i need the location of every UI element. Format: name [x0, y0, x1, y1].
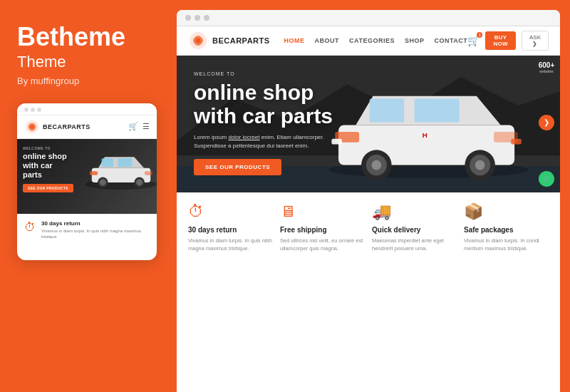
feature-desc-packages: Vivamus in diam turpis. In condi mentum … — [464, 237, 549, 253]
hero-stat: 600+ websites — [539, 61, 555, 73]
svg-point-26 — [372, 160, 382, 170]
feature-desc-delivery: Maecenas imperdiet ante eget hendrerit p… — [372, 237, 457, 253]
desktop-dot-1 — [185, 15, 191, 21]
site-nav-links: HOME ABOUT CATEGORIES SHOP CONTACT — [284, 37, 468, 44]
brand-author: By muffingroup — [17, 76, 160, 86]
nav-link-home[interactable]: HOME — [284, 37, 305, 44]
ask-button[interactable]: ASK ❯ — [522, 31, 549, 51]
mobile-logo-text: BECARPARTS — [43, 123, 90, 130]
mobile-feature-title: 30 days return — [41, 220, 150, 227]
mobile-dot-2 — [31, 108, 35, 112]
site-nav-right: 🛒 1 BUY NOW ASK ❯ — [467, 31, 549, 51]
svg-text:H: H — [423, 131, 428, 139]
svg-rect-11 — [145, 171, 152, 175]
site-logo-icon — [188, 31, 208, 51]
mobile-return-icon: ⏱ — [24, 221, 36, 234]
desktop-mockup: BECARPARTS HOME ABOUT CATEGORIES SHOP CO… — [177, 10, 560, 392]
left-panel: Betheme Theme By muffingroup BECARPARTS — [0, 0, 177, 392]
desktop-dot-2 — [195, 15, 200, 21]
mobile-cart-icon: 🛒 — [128, 122, 138, 131]
hero-green-button[interactable]: 🛒 — [539, 171, 554, 187]
feature-title-shipping: Free shipping — [280, 226, 365, 234]
hero-title: online shop with car parts — [194, 81, 333, 128]
mobile-hero-text: WELCOME TO online shopwith carparts SEE … — [23, 146, 73, 193]
shipping-icon: 🖥 — [280, 202, 365, 221]
nav-link-shop[interactable]: SHOP — [405, 37, 425, 44]
svg-point-7 — [100, 179, 106, 185]
svg-point-9 — [136, 179, 142, 185]
buy-now-button[interactable]: BUY NOW — [485, 31, 516, 50]
svg-rect-21 — [415, 99, 460, 123]
svg-point-1 — [30, 125, 34, 129]
mobile-welcome: WELCOME TO — [23, 146, 73, 150]
svg-rect-10 — [90, 171, 98, 175]
hero-subtitle-text: Lorem ipsum dolor locreet enim. Etiam ul… — [194, 133, 333, 150]
feature-card-packages: 📦 Safe packages Vivamus in diam turpis. … — [464, 202, 549, 385]
nav-link-about[interactable]: ABOUT — [315, 37, 340, 44]
svg-point-13 — [195, 38, 200, 43]
hero-cta-button[interactable]: SEE OUR PRODUCTS — [194, 159, 281, 175]
mobile-logo: BECARPARTS — [24, 119, 90, 135]
site-logo-text: BECARPARTS — [212, 36, 270, 45]
site-hero: H WELCOME TO online shop with car parts … — [177, 56, 560, 192]
hero-car-image: H — [318, 63, 539, 184]
mobile-logo-icon — [24, 119, 40, 135]
svg-point-29 — [475, 160, 485, 170]
mobile-hero-title: online shopwith carparts — [23, 152, 73, 180]
features-section: ⏱ 30 days return Vivamus in diam turpis.… — [177, 192, 560, 392]
mobile-dot-1 — [24, 108, 28, 112]
svg-rect-31 — [511, 139, 522, 145]
hero-right-panel: 600+ websites ❯ 🛒 — [533, 56, 560, 192]
delivery-icon: 🚚 — [372, 202, 457, 221]
svg-rect-20 — [370, 99, 404, 123]
svg-rect-5 — [118, 158, 132, 167]
mobile-feature-item: ⏱ 30 days return Vivamus in diam turpis.… — [17, 214, 157, 246]
mobile-dots-bar — [17, 103, 157, 115]
hero-content: WELCOME TO online shop with car parts Lo… — [177, 56, 350, 191]
brand-title: Betheme — [17, 23, 160, 51]
feature-title-return: 30 days return — [188, 226, 273, 234]
nav-link-contact[interactable]: CONTACT — [434, 37, 467, 44]
feature-card-shipping: 🖥 Free shipping Sed ultrices nisl velit,… — [280, 202, 365, 385]
feature-desc-return: Vivamus in diam turpis. In quis nibh mag… — [188, 237, 273, 253]
feature-desc-shipping: Sed ultrices nisl velit, eu ornare est u… — [280, 237, 365, 253]
feature-title-delivery: Quick delivery — [372, 226, 457, 234]
packages-icon: 📦 — [464, 202, 549, 221]
feature-card-return: ⏱ 30 days return Vivamus in diam turpis.… — [188, 202, 273, 385]
desktop-dot-3 — [204, 15, 209, 21]
hero-title-line1: online shop — [194, 81, 314, 104]
hero-welcome: WELCOME TO — [194, 71, 333, 76]
feature-card-delivery: 🚚 Quick delivery Maecenas imperdiet ante… — [372, 202, 457, 385]
mobile-mockup: BECARPARTS 🛒 ☰ — [17, 103, 157, 260]
mobile-window-dots — [24, 108, 41, 112]
mobile-feature-desc: Vivamus in diam turpis. In quis nibh mag… — [41, 228, 150, 240]
hero-stat-num: 600+ — [539, 61, 555, 69]
mobile-menu-icon: ☰ — [142, 122, 150, 131]
nav-link-categories[interactable]: CATEGORIES — [349, 37, 395, 44]
mobile-hero-cta[interactable]: SEE OUR PRODUCTS — [23, 184, 73, 192]
mobile-nav-header: BECARPARTS 🛒 ☰ — [17, 115, 157, 139]
desktop-browser-body: BECARPARTS HOME ABOUT CATEGORIES SHOP CO… — [177, 26, 560, 392]
mobile-hero-car — [82, 145, 157, 195]
svg-rect-4 — [102, 158, 114, 167]
desktop-dots-bar — [177, 10, 560, 26]
cart-badge: 1 — [477, 32, 482, 38]
mobile-nav-icons: 🛒 ☰ — [128, 122, 150, 131]
return-icon: ⏱ — [188, 202, 273, 221]
mobile-dot-3 — [37, 108, 41, 112]
mobile-feature-text: 30 days return Vivamus in diam turpis. I… — [41, 220, 150, 240]
hero-stat-label: websites — [539, 69, 555, 73]
cart-icon-wrap[interactable]: 🛒 1 — [467, 34, 480, 47]
hero-next-button[interactable]: ❯ — [539, 115, 554, 130]
feature-title-packages: Safe packages — [464, 226, 549, 234]
mobile-hero: WELCOME TO online shopwith carparts SEE … — [17, 139, 157, 214]
brand-subtitle: Theme — [17, 53, 160, 71]
hero-title-line2: with car parts — [194, 104, 333, 128]
site-nav: BECARPARTS HOME ABOUT CATEGORIES SHOP CO… — [177, 26, 560, 56]
site-logo: BECARPARTS — [188, 31, 270, 51]
